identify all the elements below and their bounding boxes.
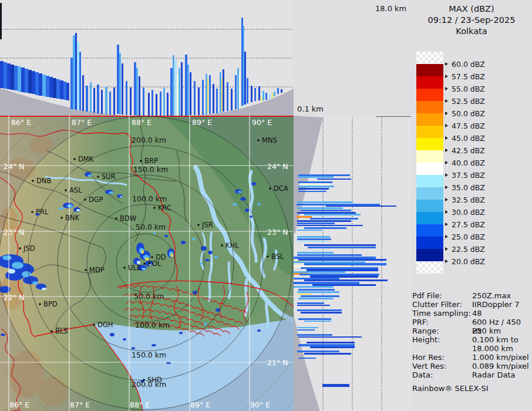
radar-map-panel: 200.0 km150.0 km100.0 km50.0 km50.0 km10…	[0, 116, 294, 411]
city-label: BDW	[120, 214, 136, 223]
profile-bar	[56, 79, 60, 99]
profile-bar	[206, 74, 207, 114]
city-dot	[154, 207, 156, 209]
radar-echo	[153, 232, 156, 234]
profile-bar	[294, 265, 349, 267]
profile-bar	[304, 279, 388, 281]
legend-label-text: 20.0 dBZ	[452, 257, 485, 266]
profile-bar	[294, 257, 376, 259]
legend-label-text: 60.0 dBZ	[452, 60, 485, 69]
metadata-label: Time sampling:	[412, 309, 471, 318]
city-label: SHD	[147, 376, 162, 384]
radar-echo	[208, 251, 213, 254]
city-label: DMK	[78, 155, 94, 163]
legend-tick-arrow	[445, 198, 448, 201]
profile-bar	[70, 58, 73, 109]
profile-bar	[294, 261, 365, 263]
profile-bar	[122, 63, 123, 114]
profile-bar	[297, 327, 318, 328]
legend-swatch	[416, 89, 443, 101]
range-ring-label: 150.0 km	[132, 351, 166, 359]
legend-label-text: 37.5 dBZ	[452, 171, 485, 180]
product-name: MAX (dBZ)	[411, 4, 532, 15]
profile-bar	[0, 61, 4, 88]
profile-bar	[312, 284, 376, 286]
metadata-row: Data:Radar Data	[412, 370, 531, 379]
legend-tick-arrow	[445, 161, 448, 164]
legend-label-text: 55.0 dBZ	[452, 85, 485, 93]
profile-bar	[143, 87, 144, 116]
profile-bar	[148, 93, 150, 116]
profile-bar	[262, 91, 264, 100]
latitude-label: 24° N	[4, 162, 24, 171]
legend-swatch	[416, 52, 443, 64]
legend-tick-arrow	[445, 87, 448, 90]
city-label: MDP	[89, 266, 105, 274]
legend-swatch	[416, 126, 443, 138]
radar-echo	[171, 254, 173, 257]
metadata-value: 0.100 km to 18.000 km	[472, 335, 518, 353]
metadata-label: Clutter Filter:	[412, 300, 462, 309]
latitude-label: 21° N	[267, 358, 288, 367]
radar-echo	[110, 333, 115, 336]
legend-label-text: 27.5 dBZ	[452, 220, 485, 229]
latitude-label: 24° N	[267, 162, 288, 171]
profile-bar	[227, 82, 228, 111]
legend-label: 47.5 dBZ	[445, 122, 485, 130]
profile-bar	[221, 78, 223, 112]
latitude-label: 22° N	[4, 293, 24, 302]
profile-bar	[175, 60, 177, 116]
profile-bar	[297, 252, 334, 254]
profile-bar	[179, 68, 180, 116]
radar-echo	[42, 288, 46, 290]
metadata-row: Height:0.100 km to 18.000 km	[412, 335, 531, 353]
profile-bar	[28, 70, 32, 93]
profile-bar	[298, 191, 326, 192]
legend-swatch	[416, 113, 443, 126]
profile-bar	[75, 33, 77, 110]
profile-bar	[307, 342, 355, 343]
profile-bar	[298, 181, 332, 183]
longitude-label: 86° E	[11, 118, 31, 127]
profile-bar	[213, 84, 214, 113]
radar-echo	[76, 209, 80, 211]
profile-bar	[277, 88, 279, 94]
profile-bar	[136, 68, 138, 116]
city-label: KOL	[148, 260, 161, 268]
profile-bar	[173, 55, 174, 116]
radar-echo	[199, 262, 203, 265]
legend-label: 55.0 dBZ	[445, 85, 485, 93]
legend-tick-arrow	[445, 235, 448, 238]
city-dot	[270, 188, 271, 190]
legend-swatch	[416, 261, 443, 274]
radar-echo	[59, 207, 63, 210]
profile-bar	[298, 174, 350, 176]
metadata-value: 250 km	[472, 326, 501, 335]
profile-bar	[63, 82, 66, 100]
profile-bar	[297, 212, 356, 214]
profile-bar	[247, 78, 248, 103]
profile-bar	[281, 89, 282, 93]
profile-bar	[301, 295, 339, 297]
profile-bar	[130, 87, 132, 115]
legend-label: 60.0 dBZ	[445, 60, 485, 68]
profile-bar	[77, 42, 79, 110]
latitude-label: 23° N	[4, 228, 24, 237]
metadata-block: Pdf File:250Z.maxClutter Filter:IIRDoppl…	[412, 291, 531, 393]
profile-bar	[202, 80, 204, 115]
profile-bar	[231, 89, 233, 110]
legend-tick-arrow	[445, 136, 448, 140]
profile-bar	[105, 87, 107, 114]
profile-bar	[39, 73, 42, 96]
longitude-label: 86° E	[9, 400, 29, 409]
radar-echo	[251, 182, 256, 186]
city-label: BLS	[55, 327, 68, 335]
radar-echo	[142, 268, 146, 270]
city-dot	[267, 256, 269, 258]
profile-bar	[119, 53, 121, 114]
profile-bar	[294, 282, 359, 284]
city-dot	[97, 176, 99, 178]
product-timestamp: 09:12 / 23-Sep-2025	[411, 15, 532, 26]
city-dot	[51, 331, 53, 332]
metadata-label: PRF:	[412, 318, 429, 326]
